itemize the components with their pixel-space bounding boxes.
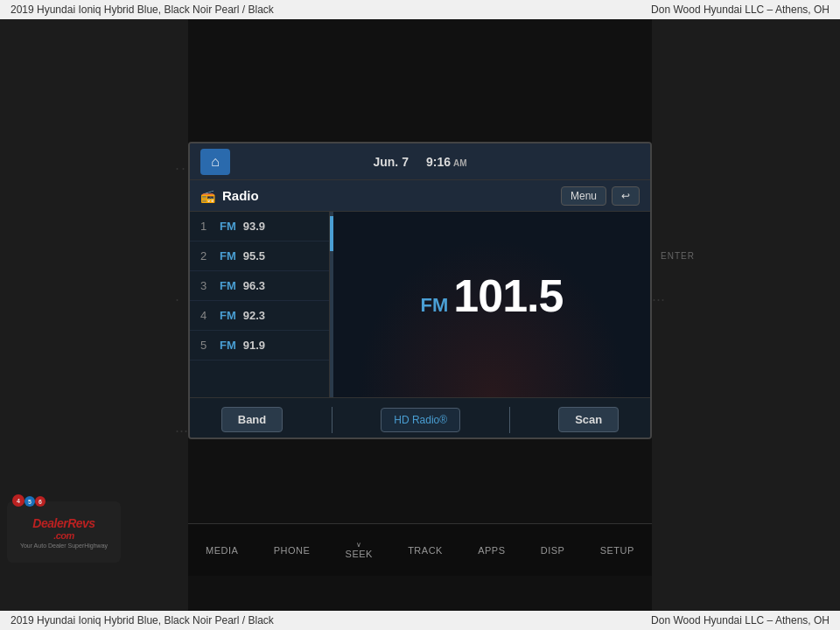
preset-freq-5: 91.9 (243, 339, 265, 352)
car-btn-seek[interactable]: ∨ SEEK (346, 541, 373, 559)
preset-num-3: 3 (200, 279, 213, 292)
top-dealer-info: Don Wood Hyundai LLC – Athens, OH (651, 4, 830, 16)
right-panel: ENTER (652, 19, 840, 611)
preset-item-4[interactable]: 4 FM 92.3 (190, 301, 329, 331)
preset-band-3: FM (220, 279, 236, 292)
top-watermark-bar: 2019 Hyundai Ioniq Hybrid Blue, Black No… (0, 0, 840, 19)
preset-num-1: 1 (200, 220, 213, 233)
preset-freq-1: 93.9 (243, 220, 265, 233)
date-display: Jun. 7 (373, 155, 408, 169)
menu-button[interactable]: Menu (561, 186, 606, 206)
dealer-logo-tagline: Your Auto Dealer SuperHighway (20, 542, 108, 549)
seek-label: SEEK (346, 549, 373, 559)
preset-num-2: 2 (200, 249, 213, 262)
preset-num-4: 4 (200, 309, 213, 322)
radio-label: 📻 Radio (200, 188, 259, 203)
radio-icon: 📻 (200, 189, 215, 203)
badge-decoration2: 5 (24, 496, 35, 507)
preset-band-2: FM (220, 249, 236, 262)
car-btn-disp[interactable]: DISP (541, 545, 565, 556)
infotainment-screen: ⌂ Jun. 7 9:16 AM 📻 Radio Menu ↩ (188, 142, 652, 439)
dealer-logo-name: DealerRevs (32, 516, 94, 530)
date-time-display: Jun. 7 9:16 AM (373, 155, 466, 169)
separator (332, 407, 332, 433)
car-btn-track[interactable]: TRACK (408, 545, 443, 556)
hd-radio-button[interactable]: HD Radio® (381, 408, 460, 432)
screen-controls: Band HD Radio® Scan (190, 397, 650, 439)
dots-decoration-mid: · (175, 290, 179, 309)
car-interior: ENTER ··· · ··· ··· ⌂ Jun. 7 9:16 AM 📻 R… (0, 19, 840, 611)
preset-band-1: FM (220, 220, 236, 233)
top-car-info: 2019 Hyundai Ioniq Hybrid Blue, Black No… (10, 4, 274, 16)
car-btn-setup[interactable]: SETUP (600, 545, 634, 556)
preset-freq-3: 96.3 (243, 279, 265, 292)
separator2 (509, 407, 510, 433)
preset-list: 1 FM 93.9 2 FM 95.5 3 FM 96.3 4 FM 9 (190, 212, 330, 397)
scan-button[interactable]: Scan (558, 407, 619, 432)
station-band: FM (421, 294, 449, 317)
car-controls-bar: MEDIA PHONE ∨ SEEK TRACK APPS DISP SETUP (188, 523, 652, 576)
preset-item-1[interactable]: 1 FM 93.9 (190, 212, 329, 242)
preset-num-5: 5 (200, 339, 213, 352)
screen-header: ⌂ Jun. 7 9:16 AM (190, 144, 650, 180)
badge-decoration3: 6 (35, 496, 46, 507)
station-frequency: 101.5 (453, 270, 563, 322)
preset-item-3[interactable]: 3 FM 96.3 (190, 271, 329, 301)
dealer-logo-com: .com (53, 530, 74, 541)
badge-decoration: 4 (12, 494, 24, 507)
home-button[interactable]: ⌂ (200, 149, 230, 175)
bottom-dealer-info: Don Wood Hyundai LLC – Athens, OH (651, 614, 830, 626)
dots-decoration-right: ··· (652, 290, 665, 309)
hd-radio-label: HD Radio® (394, 414, 447, 426)
screen-body: 1 FM 93.9 2 FM 95.5 3 FM 96.3 4 FM 9 (190, 212, 650, 397)
preset-band-5: FM (220, 339, 236, 352)
preset-item-2[interactable]: 2 FM 95.5 (190, 242, 329, 271)
time-ampm: AM (453, 158, 467, 168)
car-btn-apps[interactable]: APPS (478, 545, 505, 556)
car-btn-phone[interactable]: PHONE (274, 545, 311, 556)
screen-subheader: 📻 Radio Menu ↩ (190, 180, 650, 212)
preset-item-5[interactable]: 5 FM 91.9 (190, 331, 329, 360)
dealer-logo: DealerRevs .com Your Auto Dealer SuperHi… (7, 501, 121, 563)
seek-chevron: ∨ (356, 541, 362, 549)
header-buttons: Menu ↩ (561, 186, 640, 206)
bottom-car-info: 2019 Hyundai Ioniq Hybrid Blue, Black No… (10, 614, 274, 626)
car-btn-media[interactable]: MEDIA (206, 545, 238, 556)
back-button[interactable]: ↩ (612, 186, 640, 206)
current-station: FM 101.5 (421, 270, 564, 322)
band-button[interactable]: Band (221, 407, 284, 432)
preset-freq-4: 92.3 (243, 309, 265, 322)
main-station-display: FM 101.5 (333, 212, 650, 397)
section-title: Radio (222, 188, 259, 203)
time-value: 9:16 (426, 155, 451, 169)
time-display: 9:16 AM (426, 155, 467, 169)
preset-band-4: FM (220, 309, 236, 322)
preset-freq-2: 95.5 (243, 249, 265, 262)
bottom-watermark-bar: 2019 Hyundai Ioniq Hybrid Blue, Black No… (0, 611, 840, 630)
dots-decoration-bot: ··· (175, 422, 188, 440)
